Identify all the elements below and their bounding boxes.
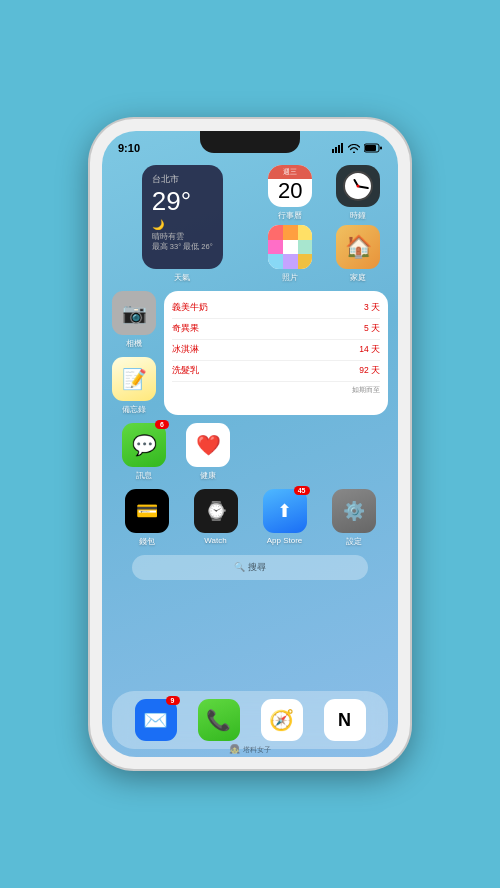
safari-icon[interactable]: 🧭	[261, 699, 303, 741]
svg-rect-6	[380, 147, 382, 150]
wallet-label: 錢包	[139, 536, 155, 547]
camera-label: 相機	[126, 338, 142, 349]
messages-icon[interactable]: 💬 6	[122, 423, 166, 467]
svg-rect-1	[335, 147, 337, 153]
photos-label: 照片	[282, 272, 298, 283]
camera-icon[interactable]: 📷	[112, 291, 156, 335]
reminder-widget[interactable]: 義美牛奶 3 天 奇異果 5 天 冰淇淋 14 天 洗髮乳	[164, 291, 388, 415]
phone-screen: 9:10	[102, 131, 398, 757]
wifi-icon	[348, 144, 360, 153]
clock-face	[343, 171, 373, 201]
battery-icon	[364, 143, 382, 153]
notes-label: 備忘錄	[122, 404, 146, 415]
clock-center-dot	[357, 185, 360, 188]
weather-icon: 🌙	[152, 219, 213, 230]
svg-rect-0	[332, 149, 334, 153]
appstore-badge: 45	[294, 486, 310, 495]
row4: 💳 錢包 ⌚ Watch ⬆ 45 App Store	[112, 489, 388, 547]
calendar-day: 20	[268, 179, 312, 203]
calendar-widget[interactable]: 週三 20	[268, 165, 312, 207]
notch	[200, 131, 300, 153]
status-icons	[332, 143, 382, 153]
svg-rect-2	[338, 145, 340, 153]
signal-icon	[332, 143, 344, 153]
phone-icon[interactable]: 📞	[198, 699, 240, 741]
messages-label: 訊息	[136, 470, 152, 481]
dock: ✉️ 9 📞 🧭 N	[112, 691, 388, 749]
notion-icon[interactable]: N	[324, 699, 366, 741]
reminder-item-1: 奇異果 5 天	[172, 319, 380, 340]
messages-badge: 6	[155, 420, 169, 429]
watch-icon[interactable]: ⌚	[194, 489, 238, 533]
health-icon[interactable]: ❤️	[186, 423, 230, 467]
home-icon[interactable]: 🏠	[336, 225, 380, 269]
photos-icon[interactable]	[268, 225, 312, 269]
watermark: 👧 塔科女子	[229, 744, 271, 755]
weather-label: 天氣	[174, 272, 190, 283]
calendar-weekday: 週三	[268, 165, 312, 179]
clock-widget[interactable]	[336, 165, 380, 207]
row3: 💬 6 訊息 ❤️ 健康	[112, 423, 388, 481]
reminder-item-2: 冰淇淋 14 天	[172, 340, 380, 361]
svg-rect-5	[365, 145, 376, 151]
weather-temp: 29°	[152, 186, 213, 217]
weather-extra: 最高 33° 最低 26°	[152, 242, 213, 252]
wallet-icon[interactable]: 💳	[125, 489, 169, 533]
calendar-label: 行事曆	[278, 210, 302, 221]
clock-min-hand	[358, 185, 369, 188]
phone-frame: 9:10	[90, 119, 410, 769]
clock-label: 時鐘	[350, 210, 366, 221]
watch-label: Watch	[204, 536, 226, 545]
reminder-item-0: 義美牛奶 3 天	[172, 298, 380, 319]
search-bar[interactable]: 🔍 搜尋	[132, 555, 368, 580]
home-label: 家庭	[350, 272, 366, 283]
health-label: 健康	[200, 470, 216, 481]
svg-rect-3	[341, 143, 343, 153]
screen-content: 台北市 29° 🌙 晴時有雲 最高 33° 最低 26° 天氣 週三	[102, 159, 398, 757]
top-widgets-row: 台北市 29° 🌙 晴時有雲 最高 33° 最低 26° 天氣 週三	[112, 165, 388, 283]
notes-icon[interactable]: 📝	[112, 357, 156, 401]
weather-widget[interactable]: 台北市 29° 🌙 晴時有雲 最高 33° 最低 26°	[142, 165, 223, 269]
mail-badge: 9	[166, 696, 180, 705]
reminder-footer: 如期而至	[172, 385, 380, 395]
settings-label: 設定	[346, 536, 362, 547]
row2: 📷 相機 📝 備忘錄 義美牛奶	[112, 291, 388, 415]
reminder-item-3: 洗髮乳 92 天	[172, 361, 380, 382]
appstore-label: App Store	[267, 536, 303, 545]
appstore-icon[interactable]: ⬆ 45	[263, 489, 307, 533]
weather-desc: 晴時有雲	[152, 232, 213, 242]
weather-city: 台北市	[152, 173, 213, 186]
mail-icon[interactable]: ✉️ 9	[135, 699, 177, 741]
status-time: 9:10	[118, 142, 140, 154]
settings-icon[interactable]: ⚙️	[332, 489, 376, 533]
